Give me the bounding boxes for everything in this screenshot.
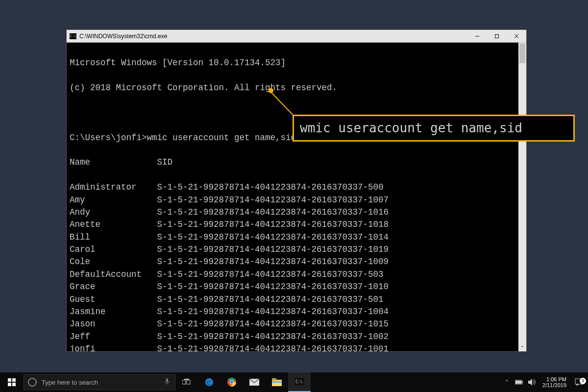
table-row: AndyS-1-5-21-992878714-4041223874-261637…: [70, 206, 524, 219]
svg-rect-26: [515, 381, 521, 384]
cell-sid: S-1-5-21-992878714-4041223874-2616370337…: [157, 219, 389, 231]
vertical-scrollbar[interactable]: ▴ ▾: [518, 43, 526, 351]
svg-marker-29: [577, 384, 579, 386]
svg-rect-12: [187, 380, 190, 384]
callout-anchor-dot: [269, 88, 273, 93]
edge-icon[interactable]: [198, 372, 220, 392]
cell-sid: S-1-5-21-992878714-4041223874-2616370337…: [157, 306, 389, 318]
header-sid: SID: [157, 156, 173, 169]
command-prompt-window: C:\WINDOWS\system32\cmd.exe Microsoft Wi…: [66, 29, 527, 352]
minimize-button[interactable]: [467, 30, 487, 43]
table-row: GuestS-1-5-21-992878714-4041223874-26163…: [70, 294, 524, 306]
svg-rect-21: [272, 381, 282, 383]
cell-name: Anette: [70, 219, 157, 231]
tray-chevron-up-icon[interactable]: ˄: [500, 379, 513, 386]
cell-name: Cole: [70, 256, 157, 268]
svg-rect-25: [522, 381, 523, 383]
cell-sid: S-1-5-21-992878714-4041223874-2616370337…: [157, 256, 389, 268]
svg-marker-27: [528, 379, 532, 386]
cell-name: Carol: [70, 244, 157, 256]
svg-rect-6: [12, 378, 16, 382]
maximize-button[interactable]: [487, 30, 507, 43]
svg-rect-1: [495, 34, 499, 38]
svg-rect-9: [166, 378, 168, 382]
table-row: CarolS-1-5-21-992878714-4041223874-26163…: [70, 244, 524, 256]
svg-rect-5: [8, 378, 11, 382]
banner-line: Microsoft Windows [Version 10.0.17134.52…: [70, 57, 524, 69]
table-header: NameSID: [70, 156, 524, 169]
taskbar: Type here to search C:\ ˄ 1:06 PM 2/11/2…: [0, 372, 588, 392]
scroll-down-arrow-icon[interactable]: ▾: [518, 343, 526, 351]
close-button[interactable]: [507, 30, 526, 43]
cell-sid: S-1-5-21-992878714-4041223874-2616370337…: [157, 331, 389, 343]
cell-sid: S-1-5-21-992878714-4041223874-2616370337…: [157, 206, 389, 219]
cell-name: Guest: [70, 294, 157, 306]
table-row: ColeS-1-5-21-992878714-4041223874-261637…: [70, 256, 524, 268]
svg-point-17: [230, 381, 233, 384]
command-callout: wmic useraccount get name,sid: [293, 115, 575, 142]
scrollbar-thumb[interactable]: [519, 44, 525, 63]
cell-name: Grace: [70, 281, 157, 293]
cell-sid: S-1-5-21-992878714-4041223874-2616370337…: [157, 343, 389, 351]
table-row: AnetteS-1-5-21-992878714-4041223874-2616…: [70, 219, 524, 231]
cortana-icon: [28, 378, 37, 387]
cell-name: jonfi: [70, 343, 157, 351]
cell-name: Administrator: [70, 181, 157, 194]
svg-rect-11: [182, 380, 186, 384]
clock-time: 1:06 PM: [542, 376, 566, 382]
cell-sid: S-1-5-21-992878714-4041223874-2616370337…: [157, 181, 384, 194]
banner-line: (c) 2018 Microsoft Corporation. All righ…: [70, 82, 524, 94]
table-row: jonfiS-1-5-21-992878714-4041223874-26163…: [70, 343, 524, 351]
svg-rect-13: [184, 379, 189, 380]
microphone-icon[interactable]: [164, 378, 170, 387]
svg-rect-20: [272, 378, 276, 381]
cell-sid: S-1-5-21-992878714-4041223874-2616370337…: [157, 231, 389, 244]
cell-sid: S-1-5-21-992878714-4041223874-2616370337…: [157, 318, 389, 330]
header-name: Name: [70, 156, 157, 169]
svg-rect-8: [12, 383, 16, 386]
svg-text:C:\: C:\: [295, 380, 303, 384]
cell-name: DefaultAccount: [70, 269, 157, 281]
cell-sid: S-1-5-21-992878714-4041223874-2616370337…: [157, 194, 389, 206]
table-row: GraceS-1-5-21-992878714-4041223874-26163…: [70, 281, 524, 293]
window-title: C:\WINDOWS\system32\cmd.exe: [79, 33, 167, 40]
task-view-button[interactable]: [175, 372, 198, 392]
cmd-icon: [70, 33, 76, 39]
cell-name: Jason: [70, 318, 157, 330]
table-row: AdministratorS-1-5-21-992878714-40412238…: [70, 181, 524, 194]
table-row: AmyS-1-5-21-992878714-4041223874-2616370…: [70, 194, 524, 206]
table-row: DefaultAccountS-1-5-21-992878714-4041223…: [70, 269, 524, 281]
search-box[interactable]: Type here to search: [24, 374, 175, 390]
clock-date: 2/11/2019: [542, 382, 566, 388]
file-explorer-icon[interactable]: [266, 372, 288, 392]
cell-sid: S-1-5-21-992878714-4041223874-2616370337…: [157, 294, 384, 306]
callout-text: wmic useraccount get name,sid: [300, 121, 522, 135]
svg-rect-7: [8, 383, 11, 386]
cell-sid: S-1-5-21-992878714-4041223874-2616370337…: [157, 244, 389, 256]
prompt: C:\Users\jonfi>: [70, 133, 147, 143]
volume-icon[interactable]: [526, 379, 539, 386]
battery-icon[interactable]: [513, 380, 526, 385]
table-row: JeffS-1-5-21-992878714-4041223874-261637…: [70, 331, 524, 343]
cell-name: Amy: [70, 194, 157, 206]
start-button[interactable]: [0, 372, 24, 392]
entered-command: wmic useraccount get name,sid: [147, 133, 296, 143]
taskbar-clock[interactable]: 1:06 PM 2/11/2019: [539, 376, 570, 388]
cell-sid: S-1-5-21-992878714-4041223874-2616370337…: [157, 269, 384, 281]
cmd-taskbar-icon[interactable]: C:\: [288, 372, 311, 392]
notification-badge: 3: [580, 378, 586, 384]
terminal-output[interactable]: Microsoft Windows [Version 10.0.17134.52…: [67, 43, 526, 351]
search-placeholder: Type here to search: [42, 379, 98, 386]
system-tray: ˄ 1:06 PM 2/11/2019 3: [500, 372, 588, 392]
cell-name: Bill: [70, 231, 157, 244]
cell-sid: S-1-5-21-992878714-4041223874-2616370337…: [157, 281, 389, 293]
table-row: JasmineS-1-5-21-992878714-4041223874-261…: [70, 306, 524, 318]
cell-name: Andy: [70, 206, 157, 219]
table-row: JasonS-1-5-21-992878714-4041223874-26163…: [70, 318, 524, 330]
mail-icon[interactable]: [243, 372, 266, 392]
action-center-icon[interactable]: 3: [570, 378, 588, 386]
chrome-icon[interactable]: [220, 372, 243, 392]
table-row: BillS-1-5-21-992878714-4041223874-261637…: [70, 231, 524, 244]
cell-name: Jasmine: [70, 306, 157, 318]
titlebar[interactable]: C:\WINDOWS\system32\cmd.exe: [67, 30, 526, 43]
